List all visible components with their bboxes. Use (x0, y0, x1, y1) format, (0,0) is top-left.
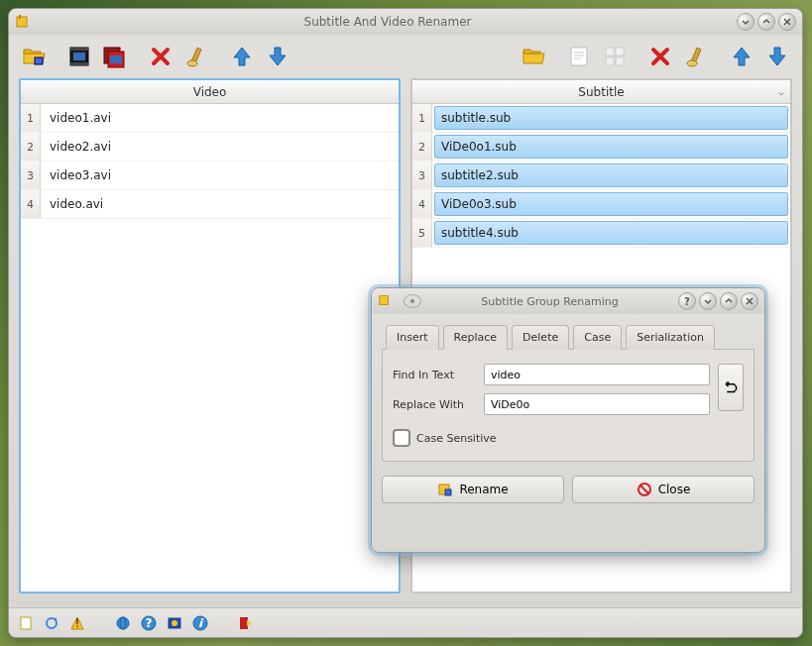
subtitle-move-down-button[interactable] (760, 40, 794, 73)
row-number: 5 (412, 219, 432, 247)
minimize-button[interactable] (737, 13, 754, 31)
svg-point-10 (187, 60, 197, 66)
add-video-button[interactable] (62, 40, 96, 73)
list-row[interactable]: 1subtitle.sub (412, 104, 790, 133)
row-number: 4 (21, 190, 41, 218)
svg-text:!: ! (75, 616, 80, 630)
list-row[interactable]: 4video.avi (21, 190, 399, 219)
tab-serialization[interactable]: Serialization (626, 325, 715, 350)
dialog-help-button[interactable]: ? (678, 292, 696, 310)
dialog-pin-icon[interactable] (404, 294, 421, 308)
row-number: 1 (21, 104, 41, 132)
list-row[interactable]: 3subtitle2.sub (412, 162, 790, 190)
subtitle-move-up-button[interactable] (725, 40, 758, 73)
find-label: Find In Text (393, 369, 476, 381)
list-row[interactable]: 1video1.avi (21, 104, 399, 133)
refresh-icon[interactable] (43, 614, 60, 632)
row-cell: ViDe0o1.sub (434, 135, 788, 159)
svg-rect-17 (606, 57, 614, 65)
close-dialog-button[interactable]: Close (572, 476, 754, 503)
svg-rect-32 (380, 296, 389, 305)
list-row[interactable]: 2video2.avi (21, 133, 399, 162)
close-button-label: Close (658, 483, 691, 496)
no-entry-icon (637, 482, 652, 497)
svg-rect-11 (571, 48, 587, 65)
swap-button[interactable]: ݁⮌ (718, 364, 744, 411)
add-subtitle-button[interactable] (562, 40, 596, 73)
svg-rect-5 (70, 62, 88, 65)
globe-icon[interactable] (114, 614, 132, 632)
remove-subtitle-button[interactable] (643, 40, 677, 73)
remove-video-button[interactable] (144, 40, 177, 73)
row-number: 2 (412, 133, 432, 161)
tab-replace[interactable]: Replace (443, 325, 509, 350)
subtitle-panel-header[interactable]: Subtitle⌵ (412, 80, 790, 104)
tab-case[interactable]: Case (573, 325, 622, 350)
list-row[interactable]: 5subtitle4.sub (412, 219, 790, 248)
dialog-titlebar: Subtitle Group Renaming ? (372, 288, 764, 314)
row-cell: video2.avi (43, 135, 397, 159)
open-video-folder-button[interactable] (17, 40, 51, 73)
svg-point-28 (172, 620, 177, 626)
svg-rect-9 (110, 55, 122, 63)
svg-point-33 (410, 299, 414, 303)
svg-rect-31 (240, 617, 248, 629)
replace-label: Replace With (393, 398, 476, 411)
list-row[interactable]: 2ViDe0o1.sub (412, 133, 790, 162)
warning-icon[interactable]: ! (68, 614, 86, 632)
add-videos-button[interactable] (98, 40, 132, 73)
dialog-close-button[interactable] (741, 292, 758, 310)
tab-insert[interactable]: Insert (386, 325, 439, 350)
main-titlebar: Subtitle And Video Renamer (9, 9, 802, 35)
list-row[interactable]: 4ViDe0o3.sub (412, 190, 790, 219)
row-cell: subtitle4.sub (434, 221, 788, 245)
document-icon[interactable] (17, 614, 35, 632)
row-cell: subtitle.sub (434, 106, 788, 130)
window-buttons (737, 13, 796, 31)
svg-rect-1 (19, 15, 21, 19)
dialog-app-icon (378, 293, 394, 309)
badge-icon[interactable] (166, 614, 183, 632)
info-icon[interactable]: i (191, 614, 209, 632)
case-sensitive-checkbox[interactable] (393, 429, 410, 447)
row-number: 4 (412, 190, 432, 218)
video-move-down-button[interactable] (261, 40, 294, 73)
help-icon[interactable]: ? (140, 614, 158, 632)
exit-icon[interactable] (237, 614, 255, 632)
add-subtitles-button[interactable] (598, 40, 632, 73)
svg-rect-15 (606, 48, 614, 55)
clear-subtitle-button[interactable] (679, 40, 713, 73)
row-number: 3 (412, 162, 432, 189)
svg-rect-20 (21, 617, 31, 629)
svg-point-23 (117, 617, 129, 629)
replace-input[interactable] (484, 393, 710, 415)
row-number: 3 (21, 162, 41, 189)
video-header-label: Video (193, 85, 227, 99)
find-input[interactable] (484, 364, 710, 385)
video-panel-header[interactable]: Video (21, 80, 399, 104)
video-list[interactable]: 1video1.avi2video2.avi3video3.avi4video.… (21, 104, 399, 592)
rename-button-label: Rename (459, 483, 508, 496)
svg-rect-2 (35, 57, 43, 64)
list-row[interactable]: 3video3.avi (21, 162, 399, 190)
close-button[interactable] (778, 13, 796, 31)
rename-dialog: Subtitle Group Renaming ? Insert Replace… (371, 287, 765, 553)
row-cell: subtitle2.sub (434, 163, 788, 187)
app-icon (15, 14, 31, 30)
main-title: Subtitle And Video Renamer (39, 15, 737, 29)
dialog-tabs: Insert Replace Delete Case Serialization (382, 324, 754, 350)
video-move-up-button[interactable] (225, 40, 259, 73)
clear-video-button[interactable] (179, 40, 213, 73)
row-number: 2 (21, 133, 41, 161)
dialog-minimize-button[interactable] (699, 292, 717, 310)
open-subtitle-folder-button[interactable] (517, 40, 550, 73)
tab-delete[interactable]: Delete (512, 325, 569, 350)
svg-rect-16 (616, 48, 624, 55)
maximize-button[interactable] (757, 13, 775, 31)
dialog-maximize-button[interactable] (720, 292, 738, 310)
chevron-down-icon[interactable]: ⌵ (778, 86, 784, 97)
svg-text:?: ? (146, 616, 153, 630)
row-cell: video.avi (43, 192, 397, 216)
dialog-buttons: Rename Close (382, 476, 754, 503)
rename-button[interactable]: Rename (382, 476, 564, 503)
